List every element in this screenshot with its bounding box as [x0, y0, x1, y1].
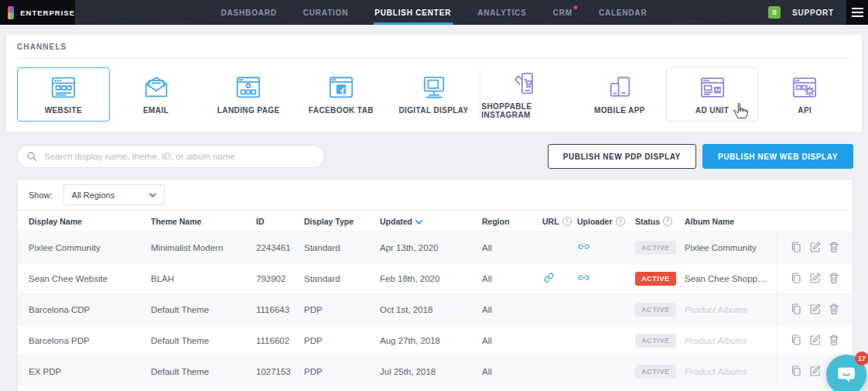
delete-display-button[interactable]: [828, 241, 840, 255]
nav-item-publish-center[interactable]: PUBLISH CENTER: [373, 0, 453, 25]
help-icon[interactable]: ?: [616, 217, 625, 226]
publish-new-web-display-button[interactable]: PUBLISH NEW WEB DISPLAY: [702, 144, 853, 169]
brand[interactable]: ENTERPRISE: [0, 0, 75, 25]
email-icon: [138, 74, 174, 101]
cell-actions: [777, 294, 853, 324]
channels-section: CHANNELS WEBSITEEMAILLANDING PAGEFACEBOO…: [6, 35, 862, 132]
toolbar-buttons: PUBLISH NEW PDP DISPLAY PUBLISH NEW WEB …: [548, 144, 853, 169]
cell-status: ACTIVE: [635, 272, 685, 286]
edit-display-button[interactable]: [809, 272, 822, 286]
nav-item-dashboard[interactable]: DASHBOARD: [220, 0, 279, 25]
status-badge: ACTIVE: [635, 334, 676, 348]
column-header-theme-name: Theme Name: [151, 217, 256, 226]
notification-dot: [574, 5, 578, 9]
edit-display-button[interactable]: [809, 241, 822, 255]
column-header-status: Status?: [635, 217, 685, 226]
table-header-row: Display NameTheme NameIDDisplay TypeUpda…: [18, 211, 853, 232]
region-filter-value: All Regions: [72, 190, 115, 200]
trash-icon: [828, 241, 840, 255]
digital-display-icon: [416, 74, 452, 101]
uploader-link-icon[interactable]: [577, 244, 590, 253]
help-icon[interactable]: ?: [562, 217, 572, 226]
nav-item-curation[interactable]: CURATION: [302, 0, 350, 25]
chat-bubble-icon: [836, 365, 856, 385]
support-link[interactable]: SUPPORT: [792, 9, 834, 17]
nav-item-label: CURATION: [303, 9, 348, 17]
column-label: Uploader: [577, 217, 613, 226]
channel-website[interactable]: WEBSITE: [17, 67, 110, 122]
duplicate-display-button[interactable]: [790, 241, 802, 255]
column-label: Display Type: [304, 217, 354, 226]
chat-widget-button[interactable]: 17: [826, 355, 866, 391]
cell-updated: Aug 27th, 2018: [380, 336, 482, 345]
cell-uploader: [577, 273, 635, 284]
cell-theme-name: BLAH: [151, 274, 256, 283]
channel-ad-unit[interactable]: AdAD UNIT: [666, 67, 759, 122]
edit-icon: [809, 241, 822, 255]
chat-unread-badge: 17: [855, 352, 868, 365]
cell-theme-name: Default Theme: [151, 336, 256, 345]
channel-api[interactable]: API: [758, 67, 851, 122]
delete-display-button[interactable]: [828, 334, 840, 348]
cell-id: 1027153: [256, 367, 304, 376]
cell-actions: [777, 325, 853, 355]
edit-display-button[interactable]: [809, 365, 822, 379]
cell-album-name: Sean Chee Shoppable ...: [685, 274, 777, 283]
shoppable-instagram-icon: [509, 70, 545, 97]
channel-digital-display[interactable]: DIGITAL DISPLAY: [388, 67, 480, 122]
cell-display-type: PDP: [304, 336, 380, 345]
sort-desc-icon[interactable]: [415, 217, 422, 226]
delete-display-button[interactable]: [828, 272, 840, 286]
cell-theme-name: Default Theme: [151, 305, 256, 314]
cell-display-type: PDP: [304, 367, 380, 376]
channel-facebook-tab[interactable]: FACEBOOK TAB: [295, 67, 388, 122]
column-label: Region: [482, 217, 510, 226]
channels-divider-line: [17, 58, 851, 59]
cell-display-name: EX PDP: [29, 367, 151, 376]
column-label: ID: [256, 217, 265, 226]
topbar-right: S SUPPORT: [768, 0, 868, 25]
delete-display-button[interactable]: [828, 303, 840, 317]
table-row-partial: [18, 387, 853, 391]
uploader-link-icon[interactable]: [577, 275, 590, 284]
nav-item-analytics[interactable]: ANALYTICS: [476, 0, 528, 25]
channel-landing-page[interactable]: LANDING PAGE: [202, 67, 295, 122]
column-header-region: Region: [482, 217, 542, 226]
top-nav-bar: ENTERPRISE DASHBOARDCURATIONPUBLISH CENT…: [0, 0, 868, 25]
search-icon: [26, 151, 37, 162]
cell-display-name: Sean Chee Website: [29, 274, 151, 283]
edit-display-button[interactable]: [809, 334, 822, 348]
search-input[interactable]: [17, 145, 325, 168]
status-badge: ACTIVE: [635, 303, 676, 317]
cell-region: All: [482, 336, 542, 345]
cell-status: ACTIVE: [635, 303, 685, 317]
column-header-id: ID: [256, 217, 304, 226]
url-link-icon[interactable]: [542, 275, 555, 284]
nav-item-label: PUBLISH CENTER: [374, 9, 451, 17]
duplicate-display-button[interactable]: [790, 272, 802, 286]
column-header-display-type: Display Type: [304, 217, 380, 226]
nav-item-calendar[interactable]: CALENDAR: [597, 0, 649, 25]
hamburger-menu-icon[interactable]: [846, 0, 868, 25]
duplicate-display-button[interactable]: [790, 334, 802, 348]
table-body: Pixlee CommunityMinimalist Modern2243461…: [18, 232, 853, 391]
region-filter-dropdown[interactable]: All Regions: [63, 184, 165, 205]
duplicate-display-button[interactable]: [790, 365, 802, 379]
channel-mobile-app[interactable]: MOBILE APP: [573, 67, 666, 122]
column-label: Display Name: [29, 217, 82, 226]
channel-label: WEBSITE: [45, 106, 82, 115]
channel-email[interactable]: EMAIL: [110, 67, 203, 122]
help-icon[interactable]: ?: [663, 217, 672, 226]
edit-icon: [809, 272, 822, 286]
duplicate-display-button[interactable]: [790, 303, 802, 317]
edit-display-button[interactable]: [809, 303, 822, 317]
cell-region: All: [482, 367, 542, 376]
nav-item-label: DASHBOARD: [221, 9, 277, 17]
cell-display-name: Barcelona CDP: [29, 305, 151, 314]
user-avatar-badge[interactable]: S: [768, 6, 781, 19]
nav-item-crm[interactable]: CRM: [552, 0, 574, 25]
channel-shoppable-instagram[interactable]: SHOPPABLE INSTAGRAM: [480, 67, 573, 122]
column-header-album-name: Album Name: [685, 217, 777, 226]
publish-new-pdp-display-button[interactable]: PUBLISH NEW PDP DISPLAY: [548, 144, 696, 169]
brand-label: ENTERPRISE: [20, 9, 75, 17]
